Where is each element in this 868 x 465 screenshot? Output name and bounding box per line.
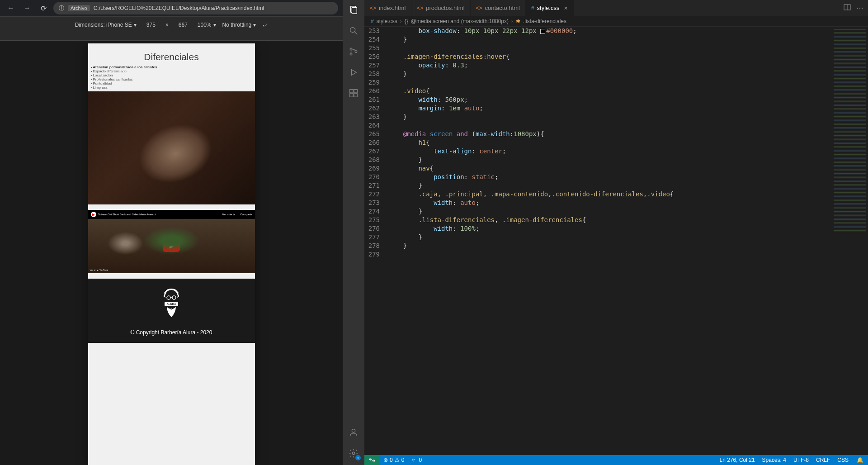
back-button[interactable]: ←	[5, 2, 17, 14]
brace-icon: {}	[405, 18, 408, 24]
dim-separator: ×	[165, 22, 169, 28]
play-icon[interactable]: ▶	[163, 240, 180, 252]
svg-line-8	[355, 32, 358, 35]
url-bar[interactable]: ⓘ Archivo C:/Users/ROGELIO%20EZEQUIEL/De…	[53, 2, 338, 14]
line-gutter: 2532542552562572582592602612622632642652…	[364, 27, 388, 455]
close-icon[interactable]: ×	[564, 5, 567, 12]
settings-badge: 1	[355, 455, 361, 460]
svg-rect-14	[354, 90, 357, 93]
ports-status[interactable]: ᯤ0	[408, 457, 425, 463]
svg-point-17	[352, 429, 355, 432]
code-content[interactable]: box-shadow: 10px 10px 22px 12px #000000;…	[388, 27, 832, 455]
watch-on-youtube[interactable]: Ver en ▶ YouTube	[90, 269, 108, 271]
extensions-icon[interactable]	[347, 87, 360, 100]
settings-icon[interactable]: 1	[347, 447, 360, 460]
error-icon: ⊗	[383, 457, 388, 463]
svg-point-7	[350, 28, 355, 33]
tab-index-html[interactable]: <>index.html	[364, 0, 411, 16]
cursor-position[interactable]: Ln 276, Col 21	[716, 457, 759, 463]
account-icon[interactable]	[347, 426, 360, 439]
page-title: Diferenciales	[88, 52, 255, 62]
tab-productos-html[interactable]: <>productos.html	[411, 0, 470, 16]
youtube-icon: ▶	[91, 212, 96, 217]
svg-rect-13	[350, 90, 353, 93]
errors-warnings[interactable]: ⊗0 ⚠0	[380, 457, 408, 463]
share[interactable]: Compartir	[240, 213, 252, 216]
remote-button[interactable]	[364, 455, 380, 465]
tab-bar: <>index.html<>productos.html<>contacto.h…	[364, 0, 868, 16]
svg-point-11	[355, 51, 357, 53]
list-item: Limpieza	[91, 85, 252, 90]
zoom-select[interactable]: 100%▾	[198, 22, 216, 28]
notifications-icon[interactable]: 🔔	[852, 457, 868, 463]
youtube-embed[interactable]: ▶Scissor Cut Short Back and Sides Men's …	[88, 210, 255, 273]
minimap[interactable]	[832, 27, 868, 455]
language-mode[interactable]: CSS	[834, 457, 852, 463]
info-icon: ⓘ	[59, 5, 64, 12]
barber-image	[88, 91, 255, 204]
device-select[interactable]: Dimensions: iPhone SE▾	[75, 22, 137, 28]
watch-later[interactable]: Ver más ta...	[222, 213, 237, 216]
devtools-device-bar: Dimensions: iPhone SE▾ × 100%▾ No thrott…	[0, 16, 343, 33]
activity-bar: 1	[343, 0, 364, 465]
code-editor[interactable]: 2532542552562572582592602612622632642652…	[364, 27, 868, 455]
tab-label: productos.html	[426, 5, 464, 11]
search-icon[interactable]	[347, 24, 360, 37]
svg-point-9	[350, 48, 352, 50]
browser-panel: ← → ⟳ ⓘ Archivo C:/Users/ROGELIO%20EZEQU…	[0, 0, 343, 465]
source-control-icon[interactable]	[347, 45, 360, 58]
alura-logo: ALURA	[160, 288, 183, 319]
encoding[interactable]: UTF-8	[790, 457, 812, 463]
throttle-select[interactable]: No throttling▾	[222, 22, 256, 28]
page-footer: ALURA © Copyright Barbería Alura - 2020	[88, 279, 255, 343]
selector-icon: ✱	[516, 18, 520, 24]
html-icon: <>	[476, 5, 482, 11]
tab-label: index.html	[379, 5, 406, 11]
device-viewport: Diferenciales Atención personalizada a l…	[0, 33, 343, 465]
list-item: Profesionales calificados	[91, 77, 252, 81]
bc-rule: @media screen and (max-width:1080px)	[411, 18, 509, 24]
list-item: Espacio diferenciado	[91, 69, 252, 73]
bc-selector: .lista-diferenciales	[523, 18, 566, 24]
svg-point-1	[172, 296, 176, 299]
explorer-icon[interactable]	[347, 4, 360, 16]
split-editor-icon[interactable]	[844, 4, 851, 13]
svg-text:ALURA: ALURA	[167, 303, 177, 305]
tab-label: style.css	[537, 5, 560, 11]
more-actions-icon[interactable]: ⋯	[856, 4, 863, 12]
viewport-width-input[interactable]	[143, 22, 159, 28]
svg-point-18	[352, 452, 355, 455]
status-bar: ⊗0 ⚠0 ᯤ0 Ln 276, Col 21 Spaces: 4 UTF-8 …	[364, 455, 868, 465]
svg-point-10	[350, 53, 352, 55]
forward-button[interactable]: →	[21, 2, 33, 14]
rendered-page: Diferenciales Atención personalizada a l…	[88, 43, 255, 465]
file-icon: #	[371, 18, 374, 24]
antenna-icon: ᯤ	[411, 457, 417, 463]
list-item: Localización	[91, 73, 252, 77]
url-scheme-label: Archivo	[68, 5, 90, 11]
viewport-height-input[interactable]	[175, 22, 191, 28]
svg-rect-15	[350, 94, 353, 97]
tab-contacto-html[interactable]: <>contacto.html	[471, 0, 526, 16]
tab-style-css[interactable]: #style.css×	[526, 0, 574, 16]
editor-area: <>index.html<>productos.html<>contacto.h…	[364, 0, 868, 465]
warning-icon: ⚠	[395, 457, 400, 463]
vscode-panel: 1 <>index.html<>productos.html<>contacto…	[343, 0, 868, 465]
breadcrumbs[interactable]: # style.css › {} @media screen and (max-…	[364, 16, 868, 27]
run-debug-icon[interactable]	[347, 66, 360, 79]
indentation[interactable]: Spaces: 4	[759, 457, 790, 463]
eol[interactable]: CRLF	[812, 457, 834, 463]
bc-file: style.css	[377, 18, 397, 24]
css-icon: #	[531, 5, 534, 11]
copyright-text: © Copyright Barbería Alura - 2020	[88, 329, 255, 336]
svg-rect-16	[354, 94, 357, 97]
list-item: Puntualidad	[91, 81, 252, 85]
html-icon: <>	[370, 5, 376, 11]
svg-marker-12	[351, 70, 356, 76]
ruler-horizontal	[0, 33, 343, 41]
svg-rect-6	[352, 8, 357, 14]
list-item: Atención personalizada a los clientes	[91, 65, 252, 69]
reload-button[interactable]: ⟳	[37, 2, 50, 14]
rotate-icon[interactable]: ⤾	[262, 21, 268, 28]
browser-toolbar: ← → ⟳ ⓘ Archivo C:/Users/ROGELIO%20EZEQU…	[0, 0, 343, 16]
